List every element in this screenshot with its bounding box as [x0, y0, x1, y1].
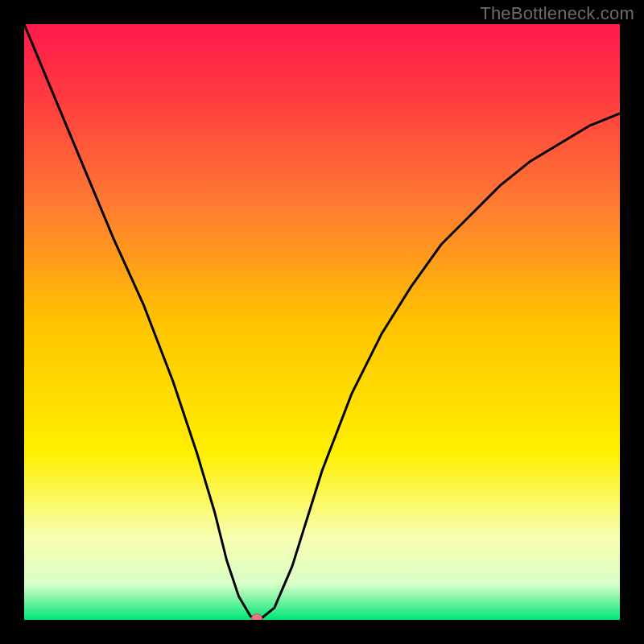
plot-area: [24, 24, 620, 620]
minimum-marker: [251, 613, 262, 620]
chart-stage: TheBottleneck.com: [0, 0, 644, 644]
bottleneck-curve: [24, 24, 620, 620]
watermark-text: TheBottleneck.com: [480, 3, 634, 24]
